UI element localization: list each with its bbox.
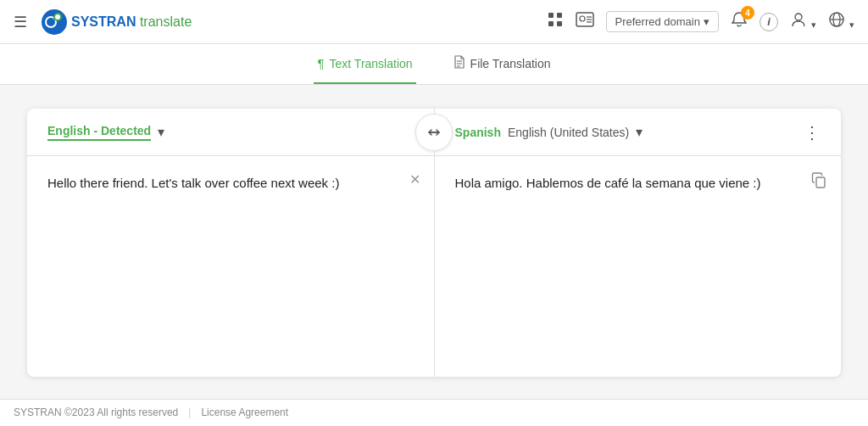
svg-point-4	[55, 14, 60, 20]
copy-translation-button[interactable]	[810, 171, 827, 193]
header: ☰ SYSTRAN translate	[0, 0, 868, 44]
source-text-panel: Hello there friend. Let's talk over coff…	[27, 156, 435, 377]
header-right: Preferred domain ▾ 4 i ▾	[547, 11, 854, 32]
target-text-panel: Hola amigo. Hablemos de café la semana q…	[435, 156, 842, 377]
target-language-secondary-label: English (United States)	[508, 126, 629, 139]
text-translation-tab-icon: ¶	[317, 56, 324, 70]
logo-systran: SYSTRAN	[71, 14, 136, 29]
svg-point-2	[47, 18, 55, 26]
language-selector-row: English - Detected ▾ Spanish English (Un…	[27, 109, 841, 156]
svg-rect-7	[548, 21, 554, 26]
source-text[interactable]: Hello there friend. Let's talk over coff…	[47, 173, 414, 193]
file-translation-tab-icon	[453, 55, 465, 71]
text-translation-tab-label: Text Translation	[330, 57, 413, 70]
globe-icon[interactable]: ▾	[828, 11, 854, 32]
logo-icon	[41, 8, 68, 36]
source-language-chevron-icon[interactable]: ▾	[158, 124, 164, 140]
translation-text-row: Hello there friend. Let's talk over coff…	[27, 156, 841, 377]
account-icon[interactable]: ▾	[790, 11, 816, 32]
grid-icon[interactable]	[547, 11, 564, 32]
target-language-more-icon[interactable]: ⋮	[804, 122, 821, 143]
header-left: ☰ SYSTRAN translate	[14, 8, 192, 36]
source-language-label: English - Detected	[47, 124, 151, 141]
svg-point-14	[795, 14, 802, 20]
info-icon[interactable]: i	[760, 13, 778, 31]
profile-alt-icon[interactable]	[576, 12, 594, 31]
swap-languages-button[interactable]	[415, 114, 453, 151]
preferred-domain-button[interactable]: Preferred domain ▾	[606, 11, 719, 32]
logo-translate: translate	[140, 14, 192, 29]
copyright-text: SYSTRAN ©2023 All rights reserved	[14, 406, 178, 418]
hamburger-menu-icon[interactable]: ☰	[14, 13, 27, 31]
target-language-primary-label: Spanish	[455, 126, 501, 139]
target-language-selector[interactable]: Spanish English (United States) ▾ ⋮	[434, 109, 842, 155]
main-content: English - Detected ▾ Spanish English (Un…	[0, 85, 868, 399]
chevron-down-icon: ▾	[704, 15, 709, 28]
target-language-chevron-icon[interactable]: ▾	[636, 124, 643, 140]
source-language-selector[interactable]: English - Detected ▾	[27, 109, 434, 155]
license-agreement-link[interactable]: License Agreement	[201, 406, 288, 418]
tab-text-translation[interactable]: ¶ Text Translation	[314, 44, 415, 84]
svg-rect-21	[816, 177, 825, 188]
preferred-domain-label: Preferred domain	[615, 15, 700, 28]
svg-point-10	[580, 16, 585, 21]
svg-rect-8	[557, 21, 562, 26]
tab-file-translation[interactable]: File Translation	[450, 44, 554, 84]
file-translation-tab-label: File Translation	[470, 57, 551, 70]
notification-badge: 4	[741, 6, 754, 20]
tabs-bar: ¶ Text Translation File Translation	[0, 44, 868, 85]
translated-text: Hola amigo. Hablemos de café la semana q…	[455, 173, 821, 193]
clear-text-button[interactable]: ✕	[409, 171, 420, 188]
footer: SYSTRAN ©2023 All rights reserved | Lice…	[0, 399, 868, 425]
footer-divider: |	[188, 406, 191, 418]
logo: SYSTRAN translate	[41, 8, 192, 36]
notification-wrap: 4	[731, 11, 748, 32]
svg-rect-6	[557, 13, 562, 18]
logo-text: SYSTRAN translate	[71, 14, 192, 30]
svg-rect-5	[548, 13, 554, 18]
translation-card: English - Detected ▾ Spanish English (Un…	[27, 109, 841, 377]
